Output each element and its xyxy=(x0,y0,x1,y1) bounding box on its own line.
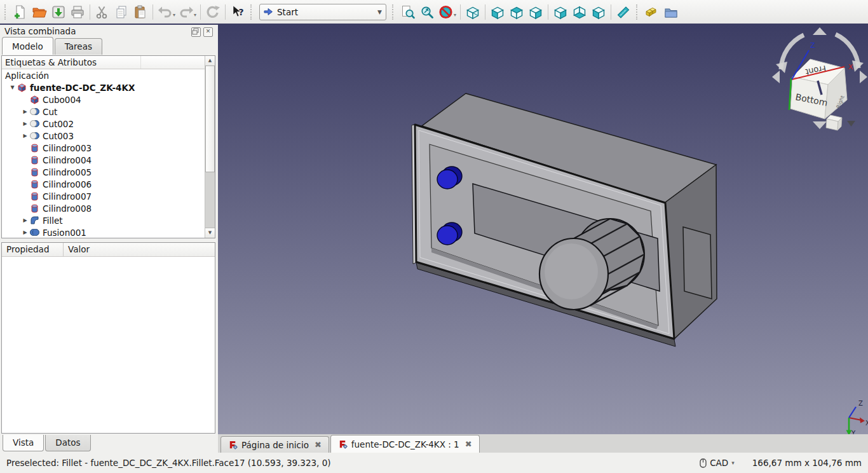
nav-arrow-left-icon[interactable] xyxy=(772,71,780,83)
model-fuente-dc-dc[interactable] xyxy=(412,93,717,346)
fusion-icon xyxy=(30,228,39,237)
cut-button[interactable] xyxy=(93,3,112,22)
print-button[interactable] xyxy=(68,3,87,22)
tree-item-document[interactable]: ▼ fuente-DC-DC_ZK-4KX xyxy=(2,81,205,93)
expand-arrow-icon[interactable]: ▶ xyxy=(20,217,30,223)
navigation-cube[interactable]: Front Bottom Right X Z xyxy=(772,27,867,130)
redo-dropdown-caret[interactable]: ▾ xyxy=(194,12,196,18)
paste-button[interactable] xyxy=(131,3,150,22)
panel-float-button[interactable] xyxy=(191,27,201,37)
refresh-button[interactable] xyxy=(203,3,222,22)
new-document-button[interactable] xyxy=(11,3,30,22)
file-browser-button[interactable] xyxy=(661,3,681,22)
nav-arrow-right-icon[interactable] xyxy=(860,71,867,83)
combo-view-tabs: Modelo Tareas xyxy=(2,38,104,55)
boolean-cut-icon xyxy=(30,119,39,128)
mdi-tab-start-page[interactable]: Página de inicio ✖ xyxy=(220,436,329,453)
save-document-button[interactable] xyxy=(49,3,68,22)
fit-all-icon xyxy=(400,4,416,20)
scrollbar-thumb[interactable] xyxy=(205,65,215,172)
tab-datos[interactable]: Datos xyxy=(45,435,90,451)
tree-item-cubo004[interactable]: Cubo004 xyxy=(2,93,205,106)
refresh-icon xyxy=(205,4,220,20)
draw-style-button[interactable] xyxy=(437,3,456,22)
close-tab-icon[interactable]: ✖ xyxy=(465,439,472,449)
view-axonometric-icon xyxy=(465,4,480,20)
part-solid-button[interactable] xyxy=(642,3,661,22)
tree-item-cilindro008[interactable]: Cilindro008 xyxy=(2,202,205,214)
view-front-icon xyxy=(490,4,505,20)
tab-tareas[interactable]: Tareas xyxy=(55,38,102,55)
undo-button[interactable] xyxy=(156,3,175,22)
toolbar-grip[interactable] xyxy=(636,4,639,20)
toolbar-separator xyxy=(611,4,611,20)
open-document-button[interactable] xyxy=(30,3,49,22)
property-column-value[interactable]: Valor xyxy=(64,243,215,256)
expand-arrow-icon[interactable]: ▶ xyxy=(20,133,30,139)
tree-item-cut[interactable]: ▶ Cut xyxy=(2,106,205,118)
whats-this-button[interactable]: ? xyxy=(228,3,247,22)
document-icon xyxy=(17,83,27,92)
combo-view-panel: Vista combinada ✕ Modelo Tareas Etiqueta… xyxy=(0,25,218,453)
navigation-style-selector[interactable]: CAD ▾ xyxy=(700,458,735,468)
tree-item-cilindro003[interactable]: Cilindro003 xyxy=(2,142,205,154)
cylinder-icon xyxy=(30,167,39,177)
toolbar-grip[interactable] xyxy=(250,4,254,20)
panel-close-button[interactable]: ✕ xyxy=(203,27,213,37)
freecad-logo-icon xyxy=(228,440,238,449)
copy-button[interactable] xyxy=(112,3,131,22)
boolean-cut-icon xyxy=(30,107,39,116)
scroll-up-icon[interactable]: ▲ xyxy=(205,56,215,66)
tree-item-cilindro006[interactable]: Cilindro006 xyxy=(2,178,205,190)
view-right-icon xyxy=(528,4,543,20)
status-message: Preselected: Fillet - fuente_DC_DC_ZK_4K… xyxy=(6,458,331,468)
redo-button[interactable] xyxy=(177,3,196,22)
tree-scrollbar[interactable]: ▲ ▼ xyxy=(205,56,215,238)
scroll-down-icon[interactable]: ▼ xyxy=(205,228,215,238)
tree-item-cilindro005[interactable]: Cilindro005 xyxy=(2,166,205,178)
toolbar-grip[interactable] xyxy=(392,4,395,20)
tree-item-fillet[interactable]: ▶ Fillet xyxy=(2,214,205,226)
tree-item-fusion001[interactable]: ▶ Fusion001 xyxy=(2,226,205,238)
tree-item-cut003[interactable]: ▶ Cut003 xyxy=(2,130,205,142)
measure-button[interactable] xyxy=(614,3,633,22)
nav-mini-cube[interactable] xyxy=(826,115,842,130)
view-front-button[interactable] xyxy=(488,3,507,22)
property-column-name[interactable]: Propiedad xyxy=(2,243,64,256)
nav-arrow-down-icon[interactable] xyxy=(813,121,827,129)
float-icon xyxy=(192,28,199,35)
undo-dropdown-caret[interactable]: ▾ xyxy=(173,12,175,18)
3d-viewport[interactable]: Front Bottom Right X Z Z X Y xyxy=(218,25,868,434)
paste-icon xyxy=(133,4,148,20)
view-axonometric-button[interactable] xyxy=(463,3,482,22)
expand-arrow-icon[interactable]: ▼ xyxy=(8,85,17,90)
view-top-button[interactable] xyxy=(507,3,526,22)
tree-item-cut002[interactable]: ▶ Cut002 xyxy=(2,118,205,130)
expand-arrow-icon[interactable]: ▶ xyxy=(20,121,30,127)
tab-modelo[interactable]: Modelo xyxy=(2,37,53,55)
mdi-tab-document[interactable]: fuente-DC-DC_ZK-4KX : 1 ✖ xyxy=(330,435,480,453)
nav-arrow-up-icon[interactable] xyxy=(813,27,827,35)
tree-item-aplicacion[interactable]: Aplicación xyxy=(2,69,205,81)
save-icon xyxy=(51,4,66,20)
tab-vista[interactable]: Vista xyxy=(3,435,44,451)
close-tab-icon[interactable]: ✖ xyxy=(315,440,322,449)
workbench-selector[interactable]: Start ▼ xyxy=(259,4,386,20)
view-right-button[interactable] xyxy=(526,3,545,22)
fit-all-button[interactable] xyxy=(398,3,417,22)
toolbar-grip[interactable] xyxy=(4,4,8,20)
expand-arrow-icon[interactable]: ▶ xyxy=(20,230,30,235)
model-side-clip[interactable] xyxy=(683,227,712,299)
view-bottom-button[interactable] xyxy=(570,3,589,22)
expand-arrow-icon[interactable]: ▶ xyxy=(20,109,30,114)
tree-item-cilindro007[interactable]: Cilindro007 xyxy=(2,190,205,202)
new-document-icon xyxy=(13,4,28,20)
view-left-button[interactable] xyxy=(589,3,608,22)
tree-item-cilindro004[interactable]: Cilindro004 xyxy=(2,154,205,166)
view-rear-button[interactable] xyxy=(551,3,570,22)
property-editor: Propiedad Valor xyxy=(1,242,215,434)
draw-style-dropdown-caret[interactable]: ▾ xyxy=(454,12,456,18)
nav-menu-caret-icon[interactable] xyxy=(847,121,855,127)
nav-style-value: CAD xyxy=(710,458,728,468)
zoom-selection-button[interactable] xyxy=(417,3,437,22)
